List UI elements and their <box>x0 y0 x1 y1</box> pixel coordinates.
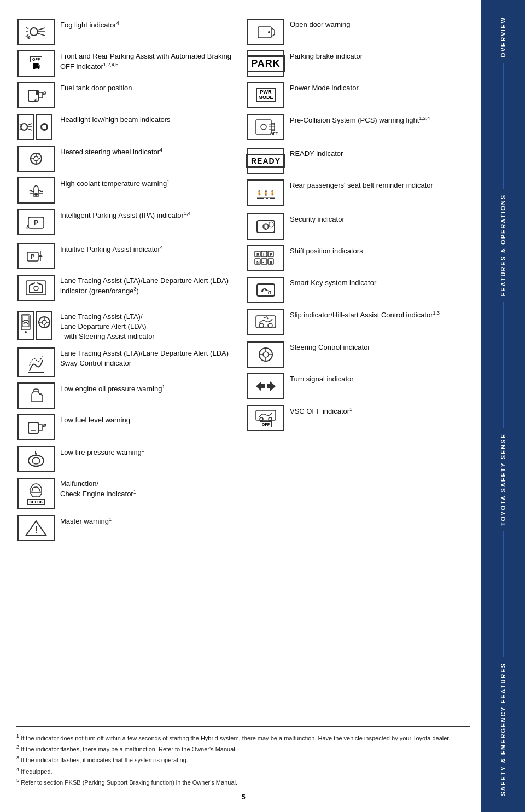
sidebar-label-overview: OVERVIEW <box>500 16 506 57</box>
lta-wheel-icon <box>36 311 52 340</box>
ready-label: READY indicator <box>290 148 469 159</box>
low-oil-icon <box>18 382 55 409</box>
list-item: READY READY indicator <box>246 146 470 176</box>
fuel-tank-icon: ◄ <box>18 82 55 108</box>
svg-text:L: L <box>263 252 266 257</box>
malfunction-icon: CHECK <box>18 478 55 509</box>
sidebar-label-safety: SAFETY & EMERGENCY FEATURES <box>500 663 506 796</box>
list-item: OFF VSC OFF indicator1 <box>246 403 470 433</box>
list-item: ⊗ Fog light indicator4 <box>16 16 241 47</box>
smart-key-icon <box>247 277 284 303</box>
svg-rect-9 <box>38 92 43 98</box>
sidebar-label-features: FEATURES & OPERATIONS <box>500 194 506 296</box>
ipa-icon: P <box>18 209 55 235</box>
sidebar-overview: OVERVIEW <box>500 11 506 63</box>
svg-line-3 <box>38 33 45 36</box>
svg-point-32 <box>34 193 38 196</box>
headlight-icons <box>18 114 55 140</box>
footnote-1: 1 If the indicator does not turn off wit… <box>16 732 470 743</box>
svg-text:•: • <box>262 260 264 264</box>
svg-marker-104 <box>256 381 265 391</box>
low-oil-label: Low engine oil pressure warning1 <box>60 382 240 395</box>
lta-sway-icon <box>18 347 55 377</box>
ready-text: READY <box>246 154 285 168</box>
turn-signal-label: Turn signal indicator <box>290 373 469 384</box>
list-item: Lane Tracing Assist (LTA)/Lane Departure… <box>16 272 241 308</box>
open-door-icon <box>247 19 284 45</box>
list-item: Low engine oil pressure warning1 <box>16 380 241 411</box>
svg-line-5 <box>26 27 28 29</box>
footnote-5: 5 Refer to section PKSB (Parking Support… <box>16 776 470 787</box>
sidebar: OVERVIEW FEATURES & OPERATIONS TOYOTA SA… <box>481 0 525 812</box>
svg-text:!: ! <box>34 450 36 456</box>
two-column-layout: ⊗ Fog light indicator4 OFF ⛟ <box>16 16 470 715</box>
list-item: Lane Tracing Assist (LTA)/Lane Departure… <box>16 345 241 379</box>
pcs-icon: OFF <box>247 114 284 140</box>
svg-point-44 <box>25 331 27 333</box>
list-item: ◄ Fuel tank door position <box>16 80 241 111</box>
footnote-2: 2 If the indicator flashes, there may be… <box>16 743 470 754</box>
park-text: PARK <box>247 55 285 72</box>
svg-point-99 <box>263 352 269 357</box>
svg-line-15 <box>27 124 32 125</box>
steering-control-icon <box>247 341 284 368</box>
svg-text:P: P <box>31 253 34 260</box>
svg-point-24 <box>34 156 38 161</box>
park-brake-label: Parking brake indicator <box>290 50 469 61</box>
intuitive-parking-label: Intuitive Parking Assist indicator4 <box>60 243 240 255</box>
svg-text:◄: ◄ <box>33 97 37 102</box>
svg-text:🧍🧍🧍: 🧍🧍🧍 <box>256 190 276 197</box>
ready-icon: READY <box>247 148 284 174</box>
sidebar-tss: TOYOTA SAFETY SENSE <box>500 428 506 531</box>
svg-line-92 <box>267 291 271 292</box>
shift-position-icon: R L P N • B <box>247 245 284 271</box>
security-label: Security indicator <box>290 213 469 224</box>
svg-point-65 <box>261 124 266 130</box>
lta-steering-icons <box>18 311 55 340</box>
svg-point-0 <box>30 28 38 36</box>
list-item: ! Low tire pressure warning1 <box>16 444 241 474</box>
lta-lda-label: Lane Tracing Assist (LTA)/Lane Departure… <box>60 275 240 297</box>
main-content: ⊗ Fog light indicator4 OFF ⛟ <box>0 0 481 812</box>
low-fuel-icon <box>18 414 55 440</box>
open-door-label: Open door warning <box>290 19 469 30</box>
svg-point-63 <box>268 31 270 33</box>
headlight-low-icon <box>18 114 34 140</box>
svg-text:N: N <box>256 260 260 265</box>
list-item: OFF ⛟ Front and Rear Parking Assist with… <box>16 48 241 79</box>
slip-indicator-label: Slip indicator/Hill-start Assist Control… <box>290 309 469 321</box>
master-warning-label: Master warning1 <box>60 515 240 527</box>
heated-steering-label: Heated steering wheel indicator4 <box>60 146 240 158</box>
footnote-3: 3 If the indicator flashes, it indicates… <box>16 754 470 765</box>
list-item: Steering Control indicator <box>246 339 470 370</box>
park-brake-icon: PARK <box>247 50 284 77</box>
sidebar-divider <box>503 63 504 189</box>
list-item: CHECK Malfunction/Check Engine indicator… <box>16 475 241 512</box>
lta-steering-label: Lane Tracing Assist (LTA)/Lane Departure… <box>60 311 240 342</box>
pcs-label: Pre-Collision System (PCS) warning light… <box>290 114 469 126</box>
steering-control-label: Steering Control indicator <box>290 341 469 352</box>
svg-point-22 <box>42 125 46 129</box>
svg-point-97 <box>268 323 272 328</box>
lta-sway-label: Lane Tracing Assist (LTA)/Lane Departure… <box>60 347 240 368</box>
pwr-mode-text: PWRMODE <box>256 88 276 102</box>
svg-text:P: P <box>34 218 39 227</box>
master-warning-icon: ! <box>18 515 55 541</box>
page-number: 5 <box>16 793 470 801</box>
smart-key-label: Smart Key system indicator <box>290 277 469 288</box>
sidebar-divider-2 <box>503 302 504 428</box>
high-coolant-label: High coolant temperature warning1 <box>60 177 240 189</box>
svg-text:R: R <box>256 252 260 257</box>
list-item: 🧍🧍🧍 Rear passengers' seat belt reminder … <box>246 177 470 210</box>
svg-point-96 <box>259 323 264 328</box>
svg-point-55 <box>44 424 46 426</box>
svg-point-58 <box>32 457 40 464</box>
ipa-label: Intelligent Parking Assist (IPA) indicat… <box>60 209 240 221</box>
rear-seatbelt-label: Rear passengers' seat belt reminder indi… <box>290 179 469 190</box>
list-item: Headlight low/high beam indicators <box>16 112 241 142</box>
lta-lda-icon <box>18 275 55 301</box>
list-item: PWRMODE Power Mode indicator <box>246 80 470 111</box>
sidebar-divider-3 <box>503 531 504 657</box>
svg-point-40 <box>34 286 38 291</box>
svg-text:P: P <box>270 252 273 257</box>
